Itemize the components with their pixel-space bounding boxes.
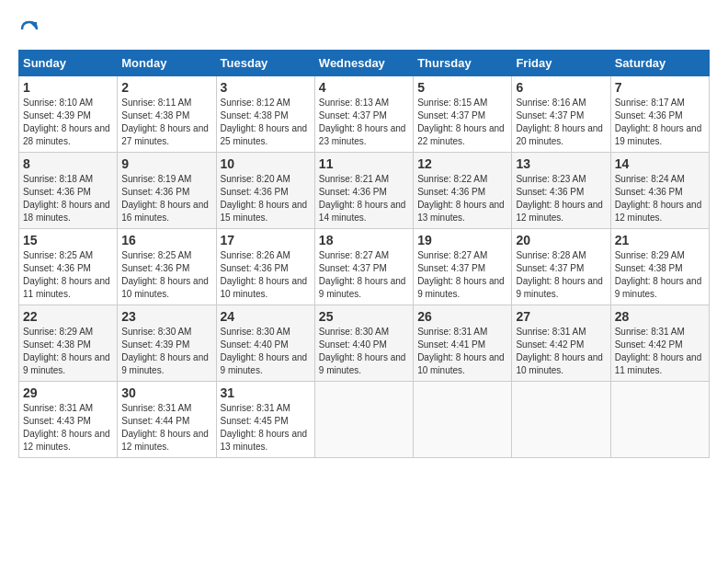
- sunset-label: Sunset: 4:45 PM: [221, 416, 289, 426]
- day-number: 24: [221, 309, 311, 324]
- daylight-label: Daylight: 8 hours and 9 minutes.: [121, 352, 209, 375]
- day-info: Sunrise: 8:26 AM Sunset: 4:36 PM Dayligh…: [221, 249, 311, 301]
- calendar-cell: 13 Sunrise: 8:23 AM Sunset: 4:36 PM Dayl…: [512, 153, 610, 229]
- sunset-label: Sunset: 4:36 PM: [615, 110, 683, 121]
- day-number: 13: [516, 156, 606, 171]
- day-number: 6: [516, 80, 606, 95]
- daylight-label: Daylight: 8 hours and 10 minutes.: [121, 276, 209, 299]
- calendar-cell: 11 Sunrise: 8:21 AM Sunset: 4:36 PM Dayl…: [314, 153, 413, 229]
- daylight-label: Daylight: 8 hours and 9 minutes.: [319, 276, 406, 299]
- day-number: 12: [417, 156, 507, 171]
- daylight-label: Daylight: 8 hours and 19 minutes.: [615, 123, 702, 146]
- sunset-label: Sunset: 4:36 PM: [319, 187, 387, 197]
- calendar-cell: 14 Sunrise: 8:24 AM Sunset: 4:36 PM Dayl…: [610, 153, 709, 229]
- calendar-cell: 5 Sunrise: 8:15 AM Sunset: 4:37 PM Dayli…: [414, 76, 512, 153]
- calendar-table: SundayMondayTuesdayWednesdayThursdayFrid…: [18, 50, 710, 458]
- daylight-label: Daylight: 8 hours and 9 minutes.: [23, 352, 110, 375]
- sunset-label: Sunset: 4:38 PM: [615, 263, 683, 273]
- day-number: 1: [23, 80, 113, 95]
- day-info: Sunrise: 8:31 AM Sunset: 4:44 PM Dayligh…: [121, 402, 211, 454]
- weekday-header-saturday: Saturday: [610, 51, 709, 76]
- calendar-week-2: 8 Sunrise: 8:18 AM Sunset: 4:36 PM Dayli…: [19, 153, 710, 229]
- sunset-label: Sunset: 4:41 PM: [417, 339, 485, 350]
- logo-icon: [18, 18, 40, 40]
- day-number: 26: [417, 309, 507, 324]
- day-number: 19: [417, 233, 507, 247]
- day-number: 31: [221, 385, 311, 400]
- day-info: Sunrise: 8:11 AM Sunset: 4:38 PM Dayligh…: [121, 97, 211, 148]
- daylight-label: Daylight: 8 hours and 9 minutes.: [516, 276, 603, 299]
- calendar-week-1: 1 Sunrise: 8:10 AM Sunset: 4:39 PM Dayli…: [19, 76, 710, 153]
- day-info: Sunrise: 8:25 AM Sunset: 4:36 PM Dayligh…: [23, 249, 113, 301]
- calendar-cell: 12 Sunrise: 8:22 AM Sunset: 4:36 PM Dayl…: [414, 153, 512, 229]
- day-info: Sunrise: 8:27 AM Sunset: 4:37 PM Dayligh…: [417, 249, 507, 301]
- daylight-label: Daylight: 8 hours and 10 minutes.: [516, 352, 603, 375]
- sunset-label: Sunset: 4:37 PM: [319, 110, 387, 121]
- calendar-cell: [610, 382, 709, 458]
- calendar-cell: 28 Sunrise: 8:31 AM Sunset: 4:42 PM Dayl…: [610, 305, 709, 382]
- weekday-header-thursday: Thursday: [414, 51, 512, 76]
- sunrise-label: Sunrise: 8:27 AM: [319, 250, 389, 260]
- sunset-label: Sunset: 4:36 PM: [23, 263, 91, 273]
- calendar-cell: 1 Sunrise: 8:10 AM Sunset: 4:39 PM Dayli…: [19, 76, 118, 153]
- sunrise-label: Sunrise: 8:29 AM: [615, 250, 685, 260]
- day-info: Sunrise: 8:12 AM Sunset: 4:38 PM Dayligh…: [221, 97, 311, 148]
- sunrise-label: Sunrise: 8:30 AM: [221, 327, 290, 337]
- day-number: 27: [516, 309, 606, 324]
- daylight-label: Daylight: 8 hours and 27 minutes.: [121, 123, 209, 146]
- sunset-label: Sunset: 4:37 PM: [319, 263, 387, 273]
- sunrise-label: Sunrise: 8:31 AM: [121, 403, 191, 413]
- sunrise-label: Sunrise: 8:17 AM: [615, 98, 685, 108]
- day-number: 11: [319, 156, 409, 171]
- sunrise-label: Sunrise: 8:11 AM: [121, 98, 191, 108]
- sunrise-label: Sunrise: 8:23 AM: [516, 174, 586, 184]
- calendar-cell: 4 Sunrise: 8:13 AM Sunset: 4:37 PM Dayli…: [314, 76, 413, 153]
- calendar-cell: 10 Sunrise: 8:20 AM Sunset: 4:36 PM Dayl…: [216, 153, 314, 229]
- calendar-cell: 15 Sunrise: 8:25 AM Sunset: 4:36 PM Dayl…: [19, 229, 118, 305]
- day-info: Sunrise: 8:20 AM Sunset: 4:36 PM Dayligh…: [221, 173, 311, 224]
- day-info: Sunrise: 8:22 AM Sunset: 4:36 PM Dayligh…: [417, 173, 507, 224]
- calendar-cell: 21 Sunrise: 8:29 AM Sunset: 4:38 PM Dayl…: [610, 229, 709, 305]
- day-number: 8: [23, 156, 113, 171]
- day-number: 10: [221, 156, 311, 171]
- sunrise-label: Sunrise: 8:28 AM: [516, 250, 586, 260]
- day-info: Sunrise: 8:19 AM Sunset: 4:36 PM Dayligh…: [121, 173, 211, 224]
- sunset-label: Sunset: 4:36 PM: [615, 187, 683, 197]
- sunset-label: Sunset: 4:36 PM: [417, 187, 485, 197]
- calendar-cell: 23 Sunrise: 8:30 AM Sunset: 4:39 PM Dayl…: [118, 305, 216, 382]
- day-info: Sunrise: 8:31 AM Sunset: 4:42 PM Dayligh…: [516, 326, 606, 377]
- daylight-label: Daylight: 8 hours and 12 minutes.: [23, 429, 110, 452]
- sunset-label: Sunset: 4:39 PM: [121, 339, 189, 350]
- calendar-cell: 17 Sunrise: 8:26 AM Sunset: 4:36 PM Dayl…: [216, 229, 314, 305]
- calendar-cell: 22 Sunrise: 8:29 AM Sunset: 4:38 PM Dayl…: [19, 305, 118, 382]
- day-info: Sunrise: 8:30 AM Sunset: 4:39 PM Dayligh…: [121, 326, 211, 377]
- sunrise-label: Sunrise: 8:25 AM: [121, 250, 191, 260]
- day-info: Sunrise: 8:31 AM Sunset: 4:43 PM Dayligh…: [23, 402, 113, 454]
- daylight-label: Daylight: 8 hours and 13 minutes.: [417, 200, 505, 223]
- daylight-label: Daylight: 8 hours and 11 minutes.: [23, 276, 110, 299]
- calendar-cell: 3 Sunrise: 8:12 AM Sunset: 4:38 PM Dayli…: [216, 76, 314, 153]
- day-number: 18: [319, 233, 409, 247]
- day-info: Sunrise: 8:29 AM Sunset: 4:38 PM Dayligh…: [23, 326, 113, 377]
- daylight-label: Daylight: 8 hours and 10 minutes.: [417, 352, 505, 375]
- sunrise-label: Sunrise: 8:30 AM: [319, 327, 389, 337]
- day-number: 30: [121, 385, 211, 400]
- sunset-label: Sunset: 4:36 PM: [121, 187, 189, 197]
- sunset-label: Sunset: 4:39 PM: [23, 110, 91, 121]
- weekday-header-wednesday: Wednesday: [314, 51, 413, 76]
- day-info: Sunrise: 8:21 AM Sunset: 4:36 PM Dayligh…: [319, 173, 409, 224]
- sunset-label: Sunset: 4:36 PM: [516, 187, 584, 197]
- calendar-cell: 30 Sunrise: 8:31 AM Sunset: 4:44 PM Dayl…: [118, 382, 216, 458]
- daylight-label: Daylight: 8 hours and 12 minutes.: [516, 200, 603, 223]
- day-info: Sunrise: 8:31 AM Sunset: 4:45 PM Dayligh…: [221, 402, 311, 454]
- daylight-label: Daylight: 8 hours and 14 minutes.: [319, 200, 406, 223]
- logo: [18, 18, 44, 40]
- sunset-label: Sunset: 4:44 PM: [121, 416, 189, 426]
- calendar-cell: 8 Sunrise: 8:18 AM Sunset: 4:36 PM Dayli…: [19, 153, 118, 229]
- daylight-label: Daylight: 8 hours and 9 minutes.: [221, 352, 308, 375]
- day-info: Sunrise: 8:17 AM Sunset: 4:36 PM Dayligh…: [615, 97, 705, 148]
- day-info: Sunrise: 8:27 AM Sunset: 4:37 PM Dayligh…: [319, 249, 409, 301]
- daylight-label: Daylight: 8 hours and 10 minutes.: [221, 276, 308, 299]
- calendar-week-5: 29 Sunrise: 8:31 AM Sunset: 4:43 PM Dayl…: [19, 382, 710, 458]
- weekday-header-sunday: Sunday: [19, 51, 118, 76]
